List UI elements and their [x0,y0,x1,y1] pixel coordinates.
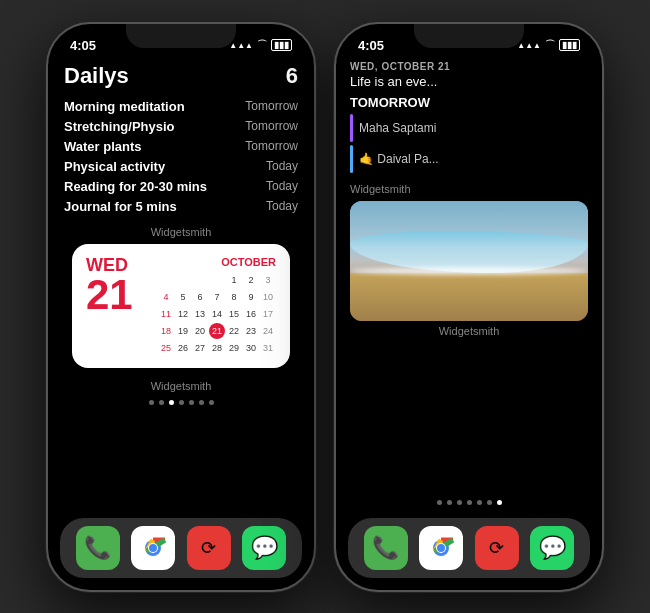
phone-app-icon[interactable]: 📞 [76,526,120,570]
event-name-2: 🤙 Daival Pa... [359,152,439,166]
cal-cell: 28 [209,340,225,356]
task-tag-2: Tomorrow [245,119,298,134]
chrome-app-icon-2[interactable] [419,526,463,570]
cal-cell: 13 [192,306,208,322]
dot-2-5[interactable] [477,500,482,505]
dot-1[interactable] [149,400,154,405]
task-tag-1: Tomorrow [245,99,298,114]
cal-cell: 30 [243,340,259,356]
beach-sand [350,273,588,321]
status-time-2: 4:05 [358,38,384,53]
cal-cell: 25 [158,340,174,356]
cal-cell: 20 [192,323,208,339]
cal-cell [192,272,208,288]
task-row-3: Water plants Tomorrow [64,139,298,154]
task-name-1: Morning meditation [64,99,185,114]
phone-1: 4:05 ▲▲▲ ⌒ ▮▮▮ Dailys 6 Morning meditati… [46,22,316,592]
widgetsmith-label-2: Widgetsmith [350,183,588,195]
cal-cell: 18 [158,323,174,339]
phone2-events: WED, OCTOBER 21 Life is an eve... TOMORR… [336,57,602,337]
page-dots-2 [336,500,602,505]
battery-icon: ▮▮▮ [271,39,292,51]
cal-cell [158,272,174,288]
page-dots-1 [48,400,314,405]
status-icons-1: ▲▲▲ ⌒ ▮▮▮ [229,38,292,52]
task-tag-5: Today [266,179,298,194]
cal-cell: 6 [192,289,208,305]
wifi-icon-2: ⌒ [545,38,555,52]
dot-2-6[interactable] [487,500,492,505]
dailys-header: Dailys 6 [64,63,298,89]
phones-container: 4:05 ▲▲▲ ⌒ ▮▮▮ Dailys 6 Morning meditati… [46,22,604,592]
dot-2-1[interactable] [437,500,442,505]
task-name-6: Journal for 5 mins [64,199,177,214]
widget-label-2: Widgetsmith [64,380,298,392]
phone-2: 4:05 ▲▲▲ ⌒ ▮▮▮ WED, OCTOBER 21 Life is a… [334,22,604,592]
cast-app-icon-2[interactable]: ⟳ [475,526,519,570]
task-name-3: Water plants [64,139,142,154]
dot-3[interactable] [169,400,174,405]
tomorrow-label: TOMORROW [350,95,588,110]
wave-foam [350,267,588,275]
cal-cell: 11 [158,306,174,322]
chrome-app-icon[interactable] [131,526,175,570]
whatsapp-app-icon-2[interactable]: 💬 [530,526,574,570]
whatsapp-app-icon[interactable]: 💬 [242,526,286,570]
cal-cell: 5 [175,289,191,305]
cal-cell: 17 [260,306,276,322]
status-bar-1: 4:05 ▲▲▲ ⌒ ▮▮▮ [48,24,314,57]
signal-icon: ▲▲▲ [229,41,253,50]
dot-7[interactable] [209,400,214,405]
event-title: Life is an eve... [350,74,588,89]
task-name-5: Reading for 20-30 mins [64,179,207,194]
cal-cell: 16 [243,306,259,322]
event-block: WED, OCTOBER 21 Life is an eve... TOMORR… [350,61,588,173]
beach-image-widget [350,201,588,321]
dot-2[interactable] [159,400,164,405]
dailys-count: 6 [286,63,298,89]
cal-cell: 3 [260,272,276,288]
cal-cell: 7 [209,289,225,305]
dot-2-3[interactable] [457,500,462,505]
task-name-4: Physical activity [64,159,165,174]
event-item-2: 🤙 Daival Pa... [350,145,588,173]
phone-1-screen: 4:05 ▲▲▲ ⌒ ▮▮▮ Dailys 6 Morning meditati… [48,24,314,590]
cal-cell: 8 [226,289,242,305]
dot-2-4[interactable] [467,500,472,505]
signal-icon-2: ▲▲▲ [517,41,541,50]
cal-left: WED 21 [86,256,146,356]
dailys-title: Dailys [64,63,129,89]
dot-2-7[interactable] [497,500,502,505]
dot-5[interactable] [189,400,194,405]
task-row-6: Journal for 5 mins Today [64,199,298,214]
task-tag-6: Today [266,199,298,214]
event-dot-2 [350,145,353,173]
dot-4[interactable] [179,400,184,405]
cal-cell: 24 [260,323,276,339]
cal-cell: 27 [192,340,208,356]
cal-cell: 4 [158,289,174,305]
task-row-5: Reading for 20-30 mins Today [64,179,298,194]
phone-app-icon-2[interactable]: 📞 [364,526,408,570]
calendar-widget: WED 21 OCTOBER 1234567891011121314151617… [72,244,290,368]
widget-label-1: Widgetsmith [64,226,298,238]
cal-cell: 12 [175,306,191,322]
event-item-1: Maha Saptami [350,114,588,142]
svg-point-7 [437,544,445,552]
dot-2-2[interactable] [447,500,452,505]
cal-cell: 22 [226,323,242,339]
battery-icon-2: ▮▮▮ [559,39,580,51]
task-tag-3: Tomorrow [245,139,298,154]
task-tag-4: Today [266,159,298,174]
cal-cell: 15 [226,306,242,322]
cal-cell [175,272,191,288]
task-name-2: Stretching/Physio [64,119,175,134]
cal-cell: 31 [260,340,276,356]
cal-cell: 9 [243,289,259,305]
dot-6[interactable] [199,400,204,405]
cal-cell: 19 [175,323,191,339]
cast-app-icon[interactable]: ⟳ [187,526,231,570]
status-icons-2: ▲▲▲ ⌒ ▮▮▮ [517,38,580,52]
cal-cell: 1 [226,272,242,288]
dailys-widget: Dailys 6 Morning meditation Tomorrow Str… [48,57,314,392]
